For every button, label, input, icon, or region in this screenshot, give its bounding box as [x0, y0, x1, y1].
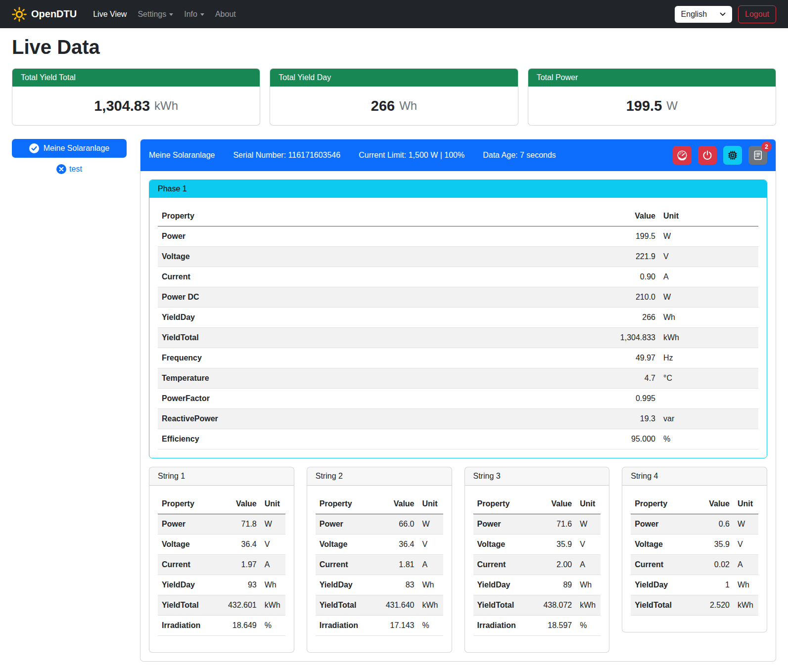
- col-property: Property: [631, 494, 695, 514]
- language-select-value: English: [681, 10, 707, 19]
- value-cell: 83: [380, 575, 418, 595]
- inverter-data-age: Data Age: 7 seconds: [483, 151, 556, 160]
- limit-settings-button[interactable]: [673, 146, 692, 165]
- card-value: 199.5: [626, 98, 662, 114]
- table-row: Current 1.81 A: [316, 555, 443, 575]
- value-cell: 95.000: [599, 429, 659, 449]
- property-cell: Power: [473, 514, 538, 535]
- value-cell: 1.97: [222, 555, 261, 575]
- nav-item-settings[interactable]: Settings: [133, 6, 178, 23]
- table-header-row: Property Value Unit: [631, 494, 758, 514]
- value-cell: 36.4: [222, 535, 261, 555]
- inverter-item-test[interactable]: test: [56, 164, 82, 174]
- value-cell: 0.6: [695, 514, 734, 535]
- property-cell: Efficiency: [158, 429, 599, 449]
- unit-cell: kWh: [576, 595, 601, 616]
- unit-cell: Wh: [418, 575, 443, 595]
- card-title: Total Yield Day: [270, 69, 517, 87]
- cpu-icon: [727, 150, 738, 161]
- value-cell: 1.81: [380, 555, 418, 575]
- inverter-card-header: Meine Solaranlage Serial Number: 1161716…: [140, 139, 776, 171]
- value-cell: 49.97: [599, 348, 659, 368]
- unit-cell: %: [659, 429, 758, 449]
- journal-text-icon: [752, 150, 763, 161]
- language-select[interactable]: English: [675, 6, 732, 23]
- strings-grid: String 1 Property Value Unit: [149, 467, 767, 653]
- table-row: ReactivePower 19.3 var: [158, 409, 758, 429]
- event-log-button[interactable]: 2: [748, 146, 767, 165]
- value-cell: 1,304.833: [599, 328, 659, 348]
- property-cell: YieldDay: [316, 575, 380, 595]
- property-cell: Voltage: [631, 535, 695, 555]
- unit-cell: Wh: [734, 575, 758, 595]
- brand: OpenDTU: [12, 7, 77, 22]
- table-row: Current 2.00 A: [473, 555, 601, 575]
- table-row: YieldTotal 1,304.833 kWh: [158, 328, 758, 348]
- string-1-table: Property Value Unit: [158, 494, 285, 636]
- unit-cell: V: [734, 535, 758, 555]
- value-cell: 71.6: [537, 514, 576, 535]
- device-info-button[interactable]: [723, 146, 742, 165]
- col-unit: Unit: [659, 206, 758, 226]
- value-cell: 266: [599, 308, 659, 328]
- unit-cell: A: [734, 555, 758, 575]
- property-cell: Voltage: [158, 535, 222, 555]
- property-cell: Irradiation: [316, 616, 380, 636]
- table-row: Current 0.90 A: [158, 267, 758, 287]
- nav-item-live-view[interactable]: Live View: [89, 6, 131, 23]
- brand-name: OpenDTU: [31, 8, 77, 20]
- string-3-title: String 3: [465, 467, 609, 486]
- table-row: Power 0.6 W: [631, 514, 758, 535]
- value-cell: 17.143: [380, 616, 418, 636]
- string-1-title: String 1: [149, 467, 294, 486]
- logout-button[interactable]: Logout: [738, 5, 776, 23]
- unit-cell: var: [659, 409, 758, 429]
- value-cell: 71.8: [222, 514, 261, 535]
- inverter-limit: Current Limit: 1,500 W | 100%: [359, 151, 464, 160]
- unit-cell: A: [261, 555, 285, 575]
- table-row: Power 199.5 W: [158, 226, 758, 247]
- string-3-table: Property Value Unit: [473, 494, 601, 636]
- value-cell: 18.597: [537, 616, 576, 636]
- property-cell: YieldDay: [158, 308, 599, 328]
- table-row: Temperature 4.7 °C: [158, 368, 758, 389]
- value-cell: 19.3: [599, 409, 659, 429]
- nav-item-about[interactable]: About: [211, 6, 240, 23]
- table-header-row: Property Value Unit: [158, 206, 758, 226]
- speedometer-icon: [677, 150, 688, 161]
- table-row: YieldDay 83 Wh: [316, 575, 443, 595]
- table-row: YieldTotal 432.601 kWh: [158, 595, 285, 616]
- chevron-down-icon: [720, 11, 726, 17]
- total-yield-total-card: Total Yield Total 1,304.83 kWh: [12, 68, 260, 126]
- nav-item-info[interactable]: Info: [180, 6, 209, 23]
- property-cell: Power: [158, 514, 222, 535]
- unit-cell: V: [576, 535, 601, 555]
- unit-cell: %: [418, 616, 443, 636]
- phase-1-card: Phase 1 Property Value Unit: [149, 179, 767, 458]
- property-cell: YieldTotal: [158, 595, 222, 616]
- table-row: Voltage 35.9 V: [473, 535, 601, 555]
- total-power-card: Total Power 199.5 W: [528, 68, 776, 126]
- string-4-table: Property Value Unit: [631, 494, 758, 616]
- table-row: Efficiency 95.000 %: [158, 429, 758, 449]
- string-2-table: Property Value Unit: [316, 494, 443, 636]
- property-cell: Temperature: [158, 368, 599, 389]
- value-cell: 2.520: [695, 595, 734, 616]
- string-3-card: String 3 Property Value Unit: [464, 467, 610, 653]
- table-row: Irradiation 18.597 %: [473, 616, 601, 636]
- card-unit: W: [666, 99, 678, 113]
- property-cell: Voltage: [316, 535, 380, 555]
- value-cell: 438.072: [537, 595, 576, 616]
- property-cell: Current: [631, 555, 695, 575]
- col-unit: Unit: [576, 494, 601, 514]
- inverter-select-button[interactable]: Meine Solaranlage: [12, 139, 127, 158]
- card-unit: Wh: [399, 99, 417, 113]
- power-toggle-button[interactable]: [698, 146, 717, 165]
- property-cell: Voltage: [473, 535, 538, 555]
- unit-cell: kWh: [418, 595, 443, 616]
- value-cell: 0.90: [599, 267, 659, 287]
- value-cell: 35.9: [537, 535, 576, 555]
- col-value: Value: [537, 494, 576, 514]
- unit-cell: kWh: [659, 328, 758, 348]
- string-1-card: String 1 Property Value Unit: [149, 467, 294, 653]
